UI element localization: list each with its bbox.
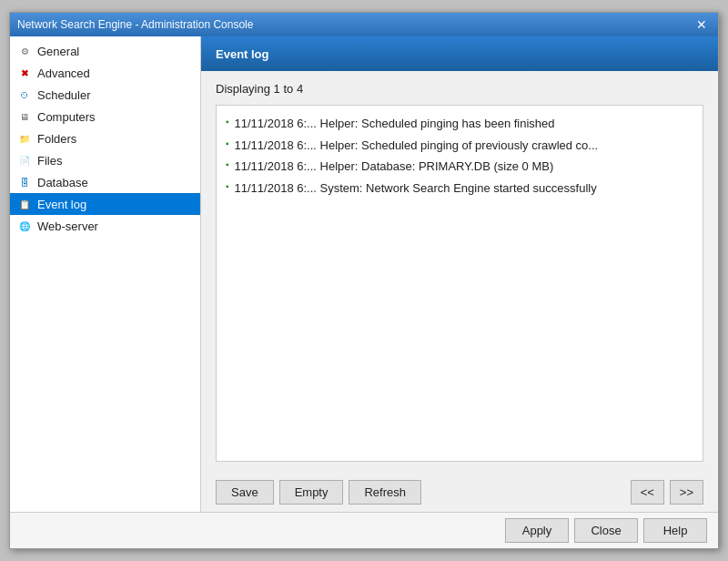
- sidebar-item-webserver[interactable]: 🌐Web-server: [10, 215, 200, 237]
- sidebar-item-label-database: Database: [37, 176, 88, 189]
- sidebar-item-scheduler[interactable]: ⏲Scheduler: [10, 84, 200, 106]
- sidebar-item-label-computers: Computers: [37, 110, 96, 124]
- content-area: ⚙General✖Advanced⏲Scheduler🖥Computers📁Fo…: [10, 36, 718, 512]
- log-icon: 📋: [17, 197, 32, 211]
- log-bullet-icon: ▪: [226, 138, 229, 148]
- log-text: 11/11/2018 6:... Helper: Scheduled pingi…: [235, 115, 555, 133]
- prev-button[interactable]: <<: [631, 480, 664, 505]
- log-bullet-icon: ▪: [226, 159, 229, 169]
- gear-icon: ⚙: [17, 44, 32, 58]
- file-icon: 📄: [17, 153, 32, 168]
- globe-icon: 🌐: [17, 219, 32, 233]
- x-icon: ✖: [17, 66, 32, 80]
- button-row: Save Empty Refresh << >>: [201, 473, 718, 512]
- log-text: 11/11/2018 6:... Helper: Database: PRIMA…: [235, 158, 554, 176]
- close-button[interactable]: Close: [574, 518, 638, 543]
- help-button[interactable]: Help: [643, 518, 707, 543]
- sidebar-item-label-folders: Folders: [37, 132, 76, 146]
- close-window-button[interactable]: ✕: [693, 18, 711, 31]
- sidebar-item-folders[interactable]: 📁Folders: [10, 128, 200, 149]
- empty-button[interactable]: Empty: [279, 480, 344, 505]
- panel-header: Event log: [201, 36, 718, 71]
- sidebar-item-label-webserver: Web-server: [37, 219, 98, 233]
- sidebar-item-general[interactable]: ⚙General: [10, 40, 200, 62]
- panel-body: Displaying 1 to 4 ▪11/11/2018 6:... Help…: [201, 71, 718, 473]
- sidebar-item-files[interactable]: 📄Files: [10, 149, 200, 171]
- sidebar-item-computers[interactable]: 🖥Computers: [10, 106, 200, 128]
- sidebar-item-label-advanced: Advanced: [37, 66, 90, 80]
- log-entry: ▪11/11/2018 6:... Helper: Scheduled ping…: [226, 137, 693, 155]
- log-bullet-icon: ▪: [226, 117, 229, 127]
- log-bullet-icon: ▪: [226, 181, 229, 191]
- panel-title: Event log: [216, 47, 269, 61]
- log-area: ▪11/11/2018 6:... Helper: Scheduled ping…: [216, 105, 703, 462]
- window-title: Network Search Engine - Administration C…: [17, 18, 253, 31]
- log-entry: ▪11/11/2018 6:... System: Network Search…: [226, 179, 693, 198]
- sidebar-item-label-eventlog: Event log: [37, 198, 86, 211]
- displaying-text: Displaying 1 to 4: [216, 82, 703, 96]
- log-text: 11/11/2018 6:... System: Network Search …: [235, 179, 597, 198]
- next-button[interactable]: >>: [670, 480, 703, 505]
- sidebar-item-advanced[interactable]: ✖Advanced: [10, 62, 200, 84]
- footer: Apply Close Help: [10, 512, 718, 548]
- sidebar-item-label-files: Files: [37, 154, 62, 168]
- sidebar: ⚙General✖Advanced⏲Scheduler🖥Computers📁Fo…: [10, 36, 201, 512]
- db-icon: 🗄: [17, 175, 32, 189]
- save-button[interactable]: Save: [216, 480, 274, 505]
- log-text: 11/11/2018 6:... Helper: Scheduled pingi…: [235, 137, 599, 155]
- folder-icon: 📁: [17, 131, 32, 146]
- log-entry: ▪11/11/2018 6:... Helper: Scheduled ping…: [226, 115, 693, 133]
- monitor-icon: 🖥: [17, 109, 32, 124]
- sidebar-item-eventlog[interactable]: 📋Event log: [10, 193, 200, 215]
- main-window: Network Search Engine - Administration C…: [9, 12, 719, 549]
- log-entry: ▪11/11/2018 6:... Helper: Database: PRIM…: [226, 158, 693, 176]
- sidebar-item-label-general: General: [37, 45, 79, 58]
- sidebar-item-database[interactable]: 🗄Database: [10, 171, 200, 193]
- apply-button[interactable]: Apply: [505, 518, 569, 543]
- title-bar: Network Search Engine - Administration C…: [10, 13, 718, 36]
- main-panel: Event log Displaying 1 to 4 ▪11/11/2018 …: [201, 36, 718, 512]
- clock-icon: ⏲: [17, 87, 32, 102]
- refresh-button[interactable]: Refresh: [349, 480, 421, 505]
- sidebar-item-label-scheduler: Scheduler: [37, 88, 91, 102]
